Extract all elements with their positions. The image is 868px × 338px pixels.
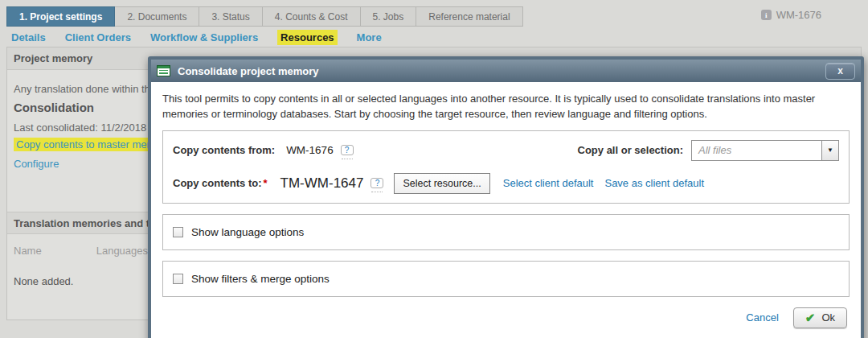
language-options-box: Show language options (162, 214, 850, 250)
copy-from-value: WM-1676 (286, 144, 334, 156)
subnav-details[interactable]: Details (11, 31, 46, 43)
dialog-header: Consolidate project memory x (151, 60, 861, 82)
copy-to-label: Copy contents to: (173, 177, 262, 189)
ok-button-label: Ok (821, 311, 835, 324)
help-icon[interactable]: ? (341, 145, 354, 155)
tm-col-name: Name (14, 245, 42, 257)
copy-to-value: TM-WM-1647 (280, 175, 364, 192)
tab-documents[interactable]: 2. Documents (115, 6, 199, 27)
configure-link[interactable]: Configure (14, 158, 59, 170)
settings-subnav: Details Client Orders Workflow & Supplie… (11, 30, 382, 45)
show-filters-merge-checkbox[interactable] (173, 274, 183, 284)
copy-selection-dropdown[interactable]: All files ▼ (691, 140, 839, 161)
copy-settings-box: Copy contents from: WM-1676 ? Copy all o… (162, 130, 850, 204)
subnav-client-orders[interactable]: Client Orders (65, 31, 131, 43)
copy-from-row: Copy contents from: WM-1676 ? Copy all o… (173, 140, 839, 161)
tab-jobs[interactable]: 5. Jobs (361, 6, 417, 27)
copy-selection-value: All files (692, 141, 821, 160)
required-asterisk: * (264, 177, 268, 189)
project-reference-label: WM-1676 (776, 9, 821, 21)
dialog-body: This tool permits to copy contents in al… (151, 82, 861, 328)
select-resource-button[interactable]: Select resource... (394, 173, 489, 194)
close-icon[interactable]: x (825, 63, 855, 80)
select-client-default-link[interactable]: Select client default (503, 177, 594, 189)
tab-reference-material[interactable]: Reference material (416, 6, 522, 27)
ok-button[interactable]: ✔ Ok (793, 307, 847, 328)
subnav-more[interactable]: More (357, 31, 382, 43)
check-icon: ✔ (805, 311, 816, 324)
project-reference-badge: i WM-1676 (761, 9, 821, 21)
info-icon: i (761, 10, 772, 20)
subnav-workflow-suppliers[interactable]: Workflow & Suppliers (150, 31, 258, 43)
memory-dialog-icon (157, 65, 170, 76)
show-language-options-checkbox[interactable] (173, 227, 183, 237)
main-tab-bar: 1. Project settings 2. Documents 3. Stat… (6, 6, 523, 27)
dialog-title: Consolidate project memory (178, 65, 319, 77)
cancel-button[interactable]: Cancel (746, 311, 778, 324)
copy-selection-group: Copy all or selection: All files ▼ (578, 140, 839, 161)
subnav-resources[interactable]: Resources (277, 30, 337, 45)
show-filters-merge-label: Show filters & merge options (191, 273, 330, 285)
tab-project-settings[interactable]: 1. Project settings (6, 6, 115, 27)
chevron-down-icon[interactable]: ▼ (821, 141, 838, 160)
tm-table-header: Name Languages & T (14, 245, 167, 257)
save-as-client-default-link[interactable]: Save as client default (604, 177, 704, 189)
dialog-footer: Cancel ✔ Ok (162, 307, 850, 328)
dialog-description: This tool permits to copy contents in al… (162, 92, 850, 122)
copy-selection-label: Copy all or selection: (578, 144, 683, 156)
copy-from-label: Copy contents from: (173, 144, 275, 156)
tab-counts-cost[interactable]: 4. Counts & Cost (263, 6, 361, 27)
show-language-options-label: Show language options (191, 226, 304, 238)
copy-to-row: Copy contents to: * TM-WM-1647 ? Select … (173, 173, 839, 194)
consolidate-project-memory-dialog: Consolidate project memory x This tool p… (148, 56, 864, 338)
help-icon[interactable]: ? (371, 178, 383, 188)
tm-empty-text: None added. (14, 275, 73, 287)
consolidation-heading: Consolidation (14, 101, 94, 114)
filters-merge-options-box: Show filters & merge options (162, 261, 850, 297)
show-language-options-row: Show language options (173, 224, 839, 241)
show-filters-merge-row: Show filters & merge options (173, 270, 839, 287)
tab-status[interactable]: 3. Status (199, 6, 262, 27)
